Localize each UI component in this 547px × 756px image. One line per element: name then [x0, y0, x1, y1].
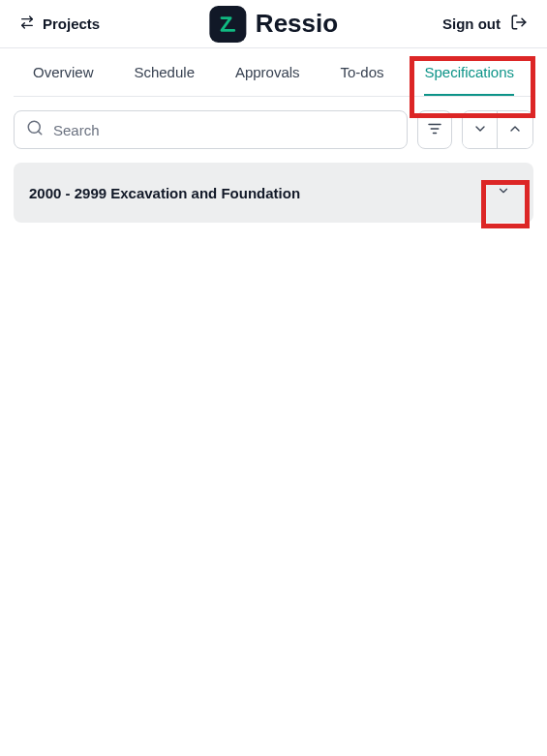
- collapse-all-button[interactable]: [498, 111, 532, 148]
- tabs-nav: Overview Schedule Approvals To-dos Speci…: [14, 48, 533, 97]
- chevron-down-icon: [472, 121, 488, 139]
- brand-logo[interactable]: Ressio: [209, 6, 338, 43]
- chevron-up-icon: [507, 121, 523, 139]
- tab-specifications[interactable]: Specifications: [424, 48, 514, 96]
- tab-approvals[interactable]: Approvals: [235, 48, 300, 96]
- signout-icon: [510, 14, 528, 34]
- chevron-down-icon: [497, 184, 510, 201]
- logo-icon: [209, 6, 246, 43]
- search-icon: [26, 119, 44, 140]
- tab-todos[interactable]: To-dos: [341, 48, 384, 96]
- section-title: 2000 - 2999 Excavation and Foundation: [29, 185, 300, 201]
- brand-name: Ressio: [256, 9, 338, 39]
- projects-label: Projects: [43, 15, 100, 32]
- toolbar: [0, 97, 547, 163]
- search-field[interactable]: [14, 110, 408, 149]
- signout-link[interactable]: Sign out: [442, 14, 528, 34]
- filter-icon: [426, 120, 443, 140]
- expand-all-button[interactable]: [463, 111, 498, 148]
- tab-schedule[interactable]: Schedule: [134, 48, 195, 96]
- tab-overview[interactable]: Overview: [33, 48, 94, 96]
- expand-collapse-group: [462, 110, 533, 149]
- signout-label: Sign out: [442, 15, 501, 32]
- svg-line-2: [38, 131, 41, 134]
- spec-section-row[interactable]: 2000 - 2999 Excavation and Foundation: [14, 163, 533, 223]
- filter-button[interactable]: [417, 110, 452, 149]
- search-input[interactable]: [53, 122, 395, 138]
- section-expand-button[interactable]: [489, 178, 518, 207]
- swap-icon: [19, 15, 35, 33]
- projects-link[interactable]: Projects: [19, 15, 100, 33]
